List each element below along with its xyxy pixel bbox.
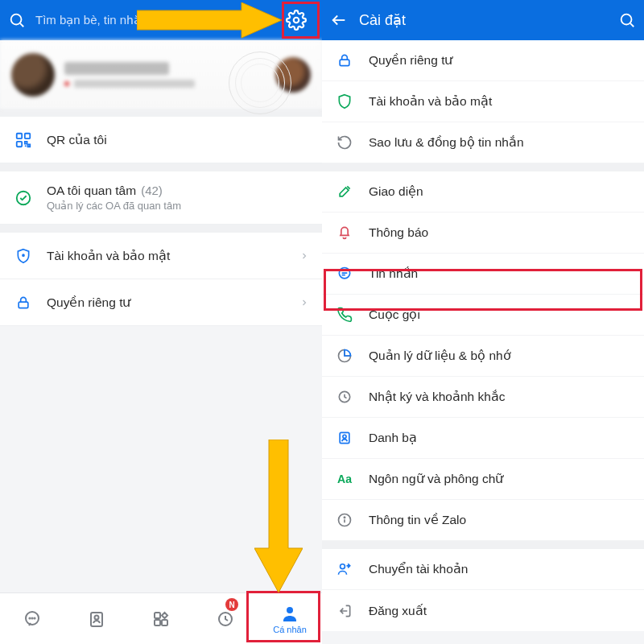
svg-point-31	[341, 564, 345, 569]
avatar-secondary	[275, 57, 311, 93]
svg-line-1	[20, 23, 23, 27]
svg-point-19	[287, 607, 293, 613]
search-icon[interactable]	[8, 11, 26, 29]
settings-label: Nhật ký và khoảnh khắc	[369, 390, 506, 404]
row-oa[interactable]: OA tôi quan tâm(42) Quản lý các OA đã qu…	[0, 171, 322, 225]
settings-label: Quyền riêng tư	[369, 53, 452, 68]
settings-contacts[interactable]: Danh bạ	[322, 418, 644, 459]
svg-point-0	[11, 14, 22, 25]
settings-label: Đăng xuất	[369, 604, 427, 618]
row-label: Tài khoản và bảo mật	[47, 249, 170, 263]
svg-rect-8	[19, 302, 28, 308]
settings-logout[interactable]: Đăng xuất	[322, 590, 644, 631]
settings-label: Tài khoản và bảo mật	[369, 94, 492, 109]
phone-right-settings: Cài đặt Quyền riêng tư Tài khoản và bảo …	[322, 0, 644, 644]
settings-about[interactable]: Thông tin về Zalo	[322, 500, 644, 541]
row-privacy[interactable]: Quyền riêng tư	[0, 279, 322, 326]
lock-icon	[335, 52, 354, 68]
settings-label: Thông báo	[369, 225, 428, 240]
settings-label: Chuyển tài khoản	[369, 562, 468, 576]
backup-icon	[335, 134, 354, 151]
chevron-right-icon	[299, 298, 309, 308]
page-title: Cài đặt	[359, 11, 618, 29]
settings-account[interactable]: Tài khoản và bảo mật	[322, 81, 644, 122]
settings-notifications[interactable]: Thông báo	[322, 213, 644, 254]
settings-messages[interactable]: Tin nhắn	[322, 254, 644, 295]
settings-label: Danh bạ	[369, 431, 417, 445]
brush-icon	[335, 184, 354, 200]
svg-point-27	[343, 435, 346, 438]
settings-data[interactable]: Quản lý dữ liệu & bộ nhớ	[322, 336, 644, 377]
svg-point-10	[29, 617, 30, 618]
row-label: Quyền riêng tư	[47, 295, 130, 310]
switch-user-icon	[335, 561, 354, 577]
chevron-right-icon	[299, 251, 309, 261]
clock-icon	[335, 389, 354, 405]
nav-label: Cá nhân	[273, 625, 307, 634]
oa-count: (42)	[141, 184, 163, 197]
svg-rect-17	[162, 620, 167, 625]
logout-icon	[335, 603, 354, 619]
row-sublabel: Quản lý các OA đã quan tâm	[47, 200, 181, 212]
settings-backup[interactable]: Sao lưu & đồng bộ tin nhắn	[322, 122, 644, 163]
settings-switch-account[interactable]: Chuyển tài khoản	[322, 549, 644, 590]
back-button[interactable]	[330, 11, 348, 29]
svg-point-2	[294, 18, 299, 23]
svg-point-12	[34, 617, 35, 618]
nav-personal[interactable]: Cá nhân	[258, 593, 322, 644]
row-label: OA tôi quan tâm	[47, 184, 136, 197]
svg-point-14	[95, 615, 99, 619]
svg-rect-4	[25, 133, 30, 138]
svg-point-30	[344, 517, 345, 518]
topbar-right: Cài đặt	[322, 0, 644, 40]
settings-calls[interactable]: Cuộc gọi	[322, 295, 644, 336]
nav-badge: N	[225, 598, 238, 611]
svg-point-7	[23, 254, 24, 256]
phone-icon	[335, 307, 354, 323]
phone-left-profile: Tìm bạn bè, tin nhắn... QR của tôi	[0, 0, 322, 644]
settings-label: Cuộc gọi	[369, 308, 420, 322]
shield-icon	[13, 248, 34, 264]
shield-icon	[335, 93, 354, 109]
settings-label: Sao lưu & đồng bộ tin nhắn	[369, 135, 524, 150]
search-input[interactable]: Tìm bạn bè, tin nhắn...	[35, 13, 279, 27]
settings-label: Thông tin về Zalo	[369, 513, 466, 527]
row-account-security[interactable]: Tài khoản và bảo mật	[0, 233, 322, 279]
bottom-nav: N Cá nhân	[0, 592, 322, 644]
svg-point-21	[621, 14, 632, 25]
settings-theme[interactable]: Giao diện	[322, 171, 644, 213]
contacts-icon	[335, 430, 354, 446]
nav-messages[interactable]	[0, 593, 64, 644]
lock-icon	[13, 295, 34, 311]
profile-header-blurred[interactable]	[0, 40, 322, 109]
settings-diary[interactable]: Nhật ký và khoảnh khắc	[322, 377, 644, 418]
settings-label: Quản lý dữ liệu & bộ nhớ	[369, 349, 511, 363]
settings-label: Tin nhắn	[369, 266, 418, 281]
qr-icon	[13, 131, 34, 149]
settings-button[interactable]	[279, 2, 314, 38]
settings-privacy[interactable]: Quyền riêng tư	[322, 40, 644, 81]
svg-rect-5	[17, 141, 22, 146]
message-icon	[335, 266, 354, 282]
gear-icon	[286, 10, 307, 31]
oa-icon	[13, 189, 34, 207]
svg-rect-16	[155, 620, 160, 625]
svg-point-11	[31, 617, 32, 618]
font-icon: Aa	[335, 473, 354, 485]
nav-contacts[interactable]	[64, 593, 129, 644]
settings-label: Ngôn ngữ và phông chữ	[369, 472, 503, 486]
svg-rect-3	[17, 133, 22, 138]
nav-discover[interactable]	[129, 593, 193, 644]
nav-timeline[interactable]: N	[193, 593, 258, 644]
svg-line-22	[630, 23, 634, 27]
avatar	[11, 53, 55, 97]
settings-label: Giao diện	[369, 184, 423, 199]
info-icon	[335, 512, 354, 528]
search-icon[interactable]	[618, 11, 636, 29]
settings-language[interactable]: Aa Ngôn ngữ và phông chữ	[322, 459, 644, 500]
row-my-qr[interactable]: QR của tôi	[0, 117, 322, 163]
svg-rect-15	[155, 613, 160, 618]
topbar-left: Tìm bạn bè, tin nhắn...	[0, 0, 322, 40]
row-label: QR của tôi	[47, 133, 107, 147]
piechart-icon	[335, 348, 354, 364]
